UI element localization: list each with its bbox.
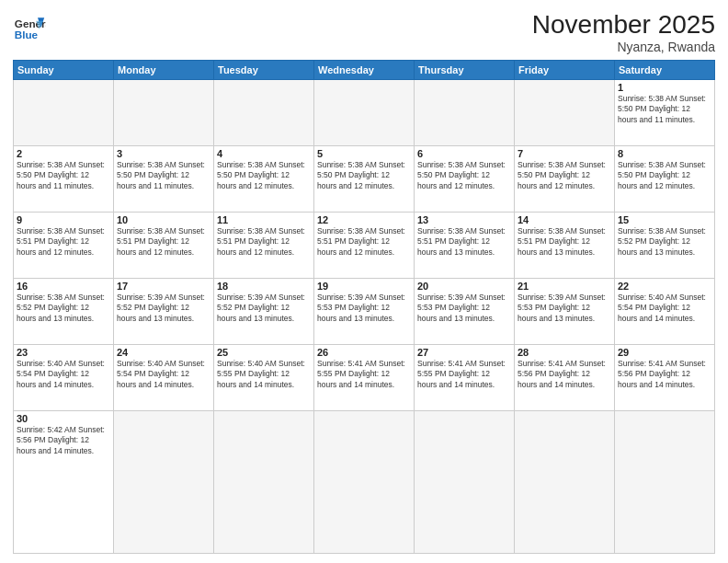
- logo-icon: General Blue: [13, 11, 46, 44]
- day-number: 6: [417, 148, 511, 159]
- day-number: 9: [17, 214, 110, 225]
- day-info: Sunrise: 5:38 AM Sunset: 5:51 PM Dayligh…: [117, 226, 210, 258]
- day-number: 5: [317, 148, 411, 159]
- calendar-cell-4-5: 28Sunrise: 5:41 AM Sunset: 5:56 PM Dayli…: [515, 344, 615, 410]
- calendar-cell-3-5: 21Sunrise: 5:39 AM Sunset: 5:53 PM Dayli…: [515, 278, 615, 344]
- calendar-cell-3-4: 20Sunrise: 5:39 AM Sunset: 5:53 PM Dayli…: [415, 278, 515, 344]
- day-number: 4: [217, 148, 311, 159]
- day-info: Sunrise: 5:39 AM Sunset: 5:53 PM Dayligh…: [518, 293, 611, 324]
- day-number: 17: [117, 281, 210, 292]
- day-info: Sunrise: 5:40 AM Sunset: 5:54 PM Dayligh…: [17, 359, 110, 390]
- calendar-cell-2-5: 14Sunrise: 5:38 AM Sunset: 5:51 PM Dayli…: [515, 212, 615, 278]
- day-info: Sunrise: 5:41 AM Sunset: 5:55 PM Dayligh…: [317, 359, 411, 390]
- calendar-cell-4-1: 24Sunrise: 5:40 AM Sunset: 5:54 PM Dayli…: [114, 344, 214, 410]
- calendar-cell-0-0: [14, 79, 114, 145]
- day-info: Sunrise: 5:38 AM Sunset: 5:51 PM Dayligh…: [518, 226, 611, 258]
- calendar-cell-5-5: [515, 410, 615, 553]
- day-number: 3: [117, 148, 210, 159]
- calendar-cell-2-6: 15Sunrise: 5:38 AM Sunset: 5:52 PM Dayli…: [615, 212, 715, 278]
- day-number: 18: [217, 281, 311, 292]
- day-info: Sunrise: 5:38 AM Sunset: 5:51 PM Dayligh…: [417, 226, 511, 258]
- calendar-cell-0-2: [214, 79, 314, 145]
- col-friday: Friday: [515, 60, 615, 79]
- col-tuesday: Tuesday: [214, 60, 314, 79]
- day-number: 21: [518, 281, 611, 292]
- day-number: 27: [417, 347, 511, 358]
- day-info: Sunrise: 5:38 AM Sunset: 5:51 PM Dayligh…: [17, 226, 110, 258]
- calendar-cell-3-1: 17Sunrise: 5:39 AM Sunset: 5:52 PM Dayli…: [114, 278, 214, 344]
- day-info: Sunrise: 5:38 AM Sunset: 5:52 PM Dayligh…: [618, 226, 711, 258]
- calendar-cell-4-4: 27Sunrise: 5:41 AM Sunset: 5:55 PM Dayli…: [415, 344, 515, 410]
- calendar-cell-5-0: 30Sunrise: 5:42 AM Sunset: 5:56 PM Dayli…: [14, 410, 114, 553]
- day-number: 2: [17, 148, 110, 159]
- calendar-cell-2-0: 9Sunrise: 5:38 AM Sunset: 5:51 PM Daylig…: [14, 212, 114, 278]
- header: General Blue November 2025 Nyanza, Rwand…: [13, 11, 715, 54]
- col-saturday: Saturday: [615, 60, 715, 79]
- week-row-1: 2Sunrise: 5:38 AM Sunset: 5:50 PM Daylig…: [14, 145, 715, 212]
- day-info: Sunrise: 5:39 AM Sunset: 5:52 PM Dayligh…: [117, 293, 210, 324]
- calendar-cell-1-5: 7Sunrise: 5:38 AM Sunset: 5:50 PM Daylig…: [515, 145, 615, 212]
- week-row-0: 1Sunrise: 5:38 AM Sunset: 5:50 PM Daylig…: [14, 79, 715, 145]
- day-number: 10: [117, 214, 210, 225]
- calendar-cell-3-2: 18Sunrise: 5:39 AM Sunset: 5:52 PM Dayli…: [214, 278, 314, 344]
- calendar-cell-0-6: 1Sunrise: 5:38 AM Sunset: 5:50 PM Daylig…: [615, 79, 715, 145]
- calendar-cell-0-4: [415, 79, 515, 145]
- day-info: Sunrise: 5:38 AM Sunset: 5:50 PM Dayligh…: [618, 160, 711, 191]
- day-number: 26: [317, 347, 411, 358]
- day-info: Sunrise: 5:39 AM Sunset: 5:52 PM Dayligh…: [217, 293, 311, 324]
- calendar-cell-0-3: [314, 79, 415, 145]
- day-number: 29: [618, 347, 711, 358]
- col-sunday: Sunday: [14, 60, 114, 79]
- calendar-cell-0-1: [114, 79, 214, 145]
- day-info: Sunrise: 5:40 AM Sunset: 5:54 PM Dayligh…: [618, 293, 711, 324]
- calendar-cell-3-3: 19Sunrise: 5:39 AM Sunset: 5:53 PM Dayli…: [314, 278, 415, 344]
- day-number: 25: [217, 347, 311, 358]
- day-number: 14: [518, 214, 611, 225]
- page: General Blue November 2025 Nyanza, Rwand…: [0, 0, 728, 563]
- calendar-cell-1-2: 4Sunrise: 5:38 AM Sunset: 5:50 PM Daylig…: [214, 145, 314, 212]
- day-number: 20: [417, 281, 511, 292]
- day-info: Sunrise: 5:38 AM Sunset: 5:50 PM Dayligh…: [117, 160, 210, 191]
- calendar-cell-1-1: 3Sunrise: 5:38 AM Sunset: 5:50 PM Daylig…: [114, 145, 214, 212]
- day-info: Sunrise: 5:38 AM Sunset: 5:50 PM Dayligh…: [217, 160, 311, 191]
- svg-text:Blue: Blue: [15, 29, 39, 40]
- week-row-2: 9Sunrise: 5:38 AM Sunset: 5:51 PM Daylig…: [14, 212, 715, 278]
- day-info: Sunrise: 5:41 AM Sunset: 5:55 PM Dayligh…: [417, 359, 511, 390]
- calendar-cell-1-0: 2Sunrise: 5:38 AM Sunset: 5:50 PM Daylig…: [14, 145, 114, 212]
- calendar-cell-4-6: 29Sunrise: 5:41 AM Sunset: 5:56 PM Dayli…: [615, 344, 715, 410]
- calendar-cell-2-2: 11Sunrise: 5:38 AM Sunset: 5:51 PM Dayli…: [214, 212, 314, 278]
- calendar-cell-0-5: [515, 79, 615, 145]
- day-number: 13: [417, 214, 511, 225]
- logo: General Blue: [13, 11, 46, 44]
- day-number: 30: [17, 413, 110, 424]
- day-info: Sunrise: 5:38 AM Sunset: 5:50 PM Dayligh…: [618, 94, 711, 125]
- calendar-cell-5-1: [114, 410, 214, 553]
- title-block: November 2025 Nyanza, Rwanda: [532, 11, 715, 54]
- calendar-cell-4-3: 26Sunrise: 5:41 AM Sunset: 5:55 PM Dayli…: [314, 344, 415, 410]
- calendar-cell-1-3: 5Sunrise: 5:38 AM Sunset: 5:50 PM Daylig…: [314, 145, 415, 212]
- day-info: Sunrise: 5:38 AM Sunset: 5:50 PM Dayligh…: [17, 160, 110, 191]
- day-number: 11: [217, 214, 311, 225]
- day-number: 23: [17, 347, 110, 358]
- day-number: 8: [618, 148, 711, 159]
- col-thursday: Thursday: [415, 60, 515, 79]
- calendar-cell-5-2: [214, 410, 314, 553]
- day-info: Sunrise: 5:38 AM Sunset: 5:50 PM Dayligh…: [417, 160, 511, 191]
- day-info: Sunrise: 5:38 AM Sunset: 5:51 PM Dayligh…: [217, 226, 311, 258]
- day-number: 28: [518, 347, 611, 358]
- day-number: 19: [317, 281, 411, 292]
- calendar-cell-2-1: 10Sunrise: 5:38 AM Sunset: 5:51 PM Dayli…: [114, 212, 214, 278]
- day-info: Sunrise: 5:39 AM Sunset: 5:53 PM Dayligh…: [417, 293, 511, 324]
- calendar-header-row: Sunday Monday Tuesday Wednesday Thursday…: [14, 60, 715, 79]
- calendar-cell-4-2: 25Sunrise: 5:40 AM Sunset: 5:55 PM Dayli…: [214, 344, 314, 410]
- calendar-cell-3-6: 22Sunrise: 5:40 AM Sunset: 5:54 PM Dayli…: [615, 278, 715, 344]
- day-info: Sunrise: 5:41 AM Sunset: 5:56 PM Dayligh…: [518, 359, 611, 390]
- calendar-title: November 2025: [532, 11, 715, 40]
- day-number: 24: [117, 347, 210, 358]
- day-number: 7: [518, 148, 611, 159]
- calendar-cell-1-4: 6Sunrise: 5:38 AM Sunset: 5:50 PM Daylig…: [415, 145, 515, 212]
- week-row-4: 23Sunrise: 5:40 AM Sunset: 5:54 PM Dayli…: [14, 344, 715, 410]
- day-info: Sunrise: 5:41 AM Sunset: 5:56 PM Dayligh…: [618, 359, 711, 390]
- day-number: 1: [618, 82, 711, 93]
- week-row-5: 30Sunrise: 5:42 AM Sunset: 5:56 PM Dayli…: [14, 410, 715, 553]
